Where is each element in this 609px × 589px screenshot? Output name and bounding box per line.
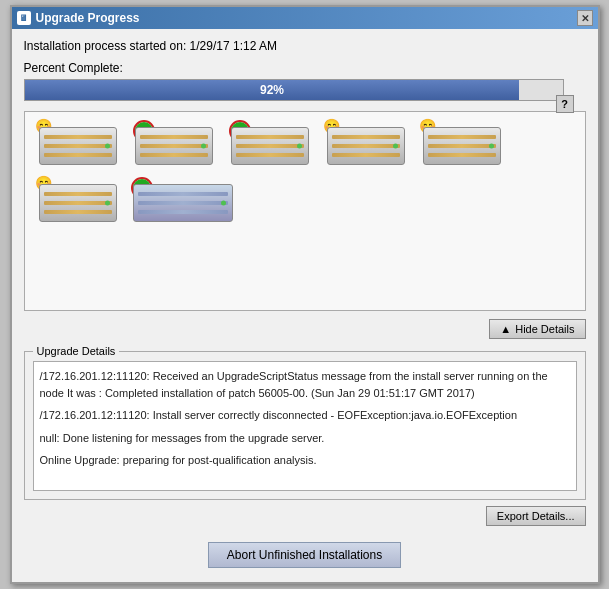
node-1: 😊 <box>35 122 123 167</box>
window-icon: 🖥 <box>17 11 31 25</box>
abort-row: Abort Unfinished Installations <box>24 536 586 572</box>
server-stripe <box>428 144 496 148</box>
server-stripe <box>140 135 208 139</box>
server-led <box>489 144 494 149</box>
progress-bar-fill: 92% <box>25 80 520 100</box>
node-2-icon: ✓ <box>135 122 215 167</box>
node-2-server <box>135 127 213 165</box>
help-button[interactable]: ? <box>556 95 574 113</box>
hide-details-arrow-icon: ▲ <box>500 323 511 335</box>
hide-details-row: ▲ Hide Details <box>24 319 586 339</box>
node-5: 😊 <box>419 122 507 167</box>
server-stripe <box>44 201 112 205</box>
node-6: 😊 <box>35 179 123 224</box>
upgrade-details-legend: Upgrade Details <box>33 345 120 357</box>
top-area: Installation process started on: 1/29/17… <box>24 39 586 111</box>
server-stripe <box>138 210 228 214</box>
server-led <box>393 144 398 149</box>
server-stripe <box>44 144 112 148</box>
node-6-server <box>39 184 117 222</box>
server-stripe <box>236 144 304 148</box>
server-led <box>105 144 110 149</box>
upgrade-progress-window: 🖥 Upgrade Progress ✕ Installation proces… <box>10 5 600 584</box>
node-3: ✓ <box>227 122 315 167</box>
server-stripe <box>236 135 304 139</box>
node-6-icon: 😊 <box>39 179 119 224</box>
log-line-3: null: Done listening for messages from t… <box>40 430 570 447</box>
server-stripe <box>332 144 400 148</box>
log-line-1: /172.16.201.12:11120: Received an Upgrad… <box>40 368 570 401</box>
server-led <box>221 201 226 206</box>
server-stripe <box>332 153 400 157</box>
export-row: Export Details... <box>24 506 586 526</box>
node-1-server <box>39 127 117 165</box>
window-body: Installation process started on: 1/29/17… <box>12 29 598 582</box>
upgrade-details-log[interactable]: /172.16.201.12:11120: Received an Upgrad… <box>33 361 577 491</box>
close-button[interactable]: ✕ <box>577 10 593 26</box>
server-stripe <box>138 192 228 196</box>
server-stripe <box>428 135 496 139</box>
node-7: ✓ <box>131 179 241 224</box>
nodes-row-1: 😊 ✓ <box>35 122 575 167</box>
server-stripe <box>44 192 112 196</box>
log-line-4: Online Upgrade: preparing for post-quali… <box>40 452 570 469</box>
server-led <box>201 144 206 149</box>
server-stripe <box>236 153 304 157</box>
node-4-icon: 😊 <box>327 122 407 167</box>
title-bar-left: 🖥 Upgrade Progress <box>17 11 140 25</box>
server-stripe <box>44 135 112 139</box>
upgrade-details-fieldset: Upgrade Details /172.16.201.12:11120: Re… <box>24 345 586 500</box>
server-led <box>105 201 110 206</box>
abort-button[interactable]: Abort Unfinished Installations <box>208 542 401 568</box>
log-line-2: /172.16.201.12:11120: Install server cor… <box>40 407 570 424</box>
server-stripe <box>44 210 112 214</box>
progress-bar-container: 92% <box>24 79 564 101</box>
title-bar: 🖥 Upgrade Progress ✕ <box>12 7 598 29</box>
node-5-icon: 😊 <box>423 122 503 167</box>
node-1-icon: 😊 <box>39 122 119 167</box>
nodes-panel: 😊 ✓ <box>24 111 586 311</box>
node-4-server <box>327 127 405 165</box>
window-title: Upgrade Progress <box>36 11 140 25</box>
server-stripe <box>140 144 208 148</box>
server-led <box>297 144 302 149</box>
node-3-server <box>231 127 309 165</box>
server-stripe <box>332 135 400 139</box>
install-date: Installation process started on: 1/29/17… <box>24 39 564 53</box>
server-stripe <box>138 201 228 205</box>
node-3-icon: ✓ <box>231 122 311 167</box>
node-7-server <box>133 184 233 222</box>
server-stripe <box>44 153 112 157</box>
hide-details-button[interactable]: ▲ Hide Details <box>489 319 585 339</box>
nodes-row-2: 😊 ✓ <box>35 179 575 224</box>
percent-label: Percent Complete: <box>24 61 564 75</box>
export-details-button[interactable]: Export Details... <box>486 506 586 526</box>
hide-details-label: Hide Details <box>515 323 574 335</box>
server-stripe <box>140 153 208 157</box>
node-5-server <box>423 127 501 165</box>
node-7-icon: ✓ <box>133 179 238 224</box>
node-4: 😊 <box>323 122 411 167</box>
server-stripe <box>428 153 496 157</box>
node-2: ✓ <box>131 122 219 167</box>
